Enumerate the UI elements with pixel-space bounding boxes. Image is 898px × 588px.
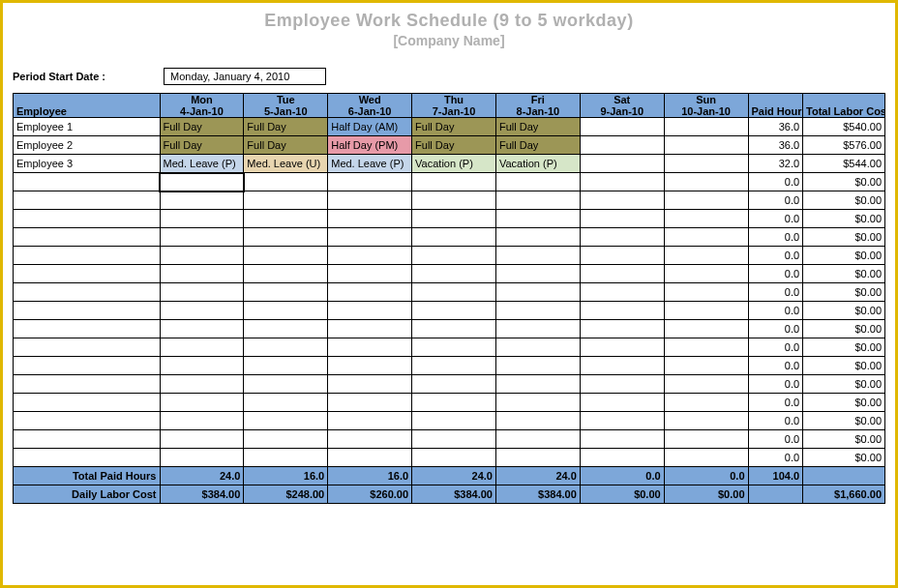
employee-name-cell[interactable] — [14, 412, 161, 430]
schedule-cell[interactable] — [664, 302, 748, 320]
schedule-cell[interactable] — [412, 394, 496, 412]
schedule-cell[interactable] — [580, 430, 664, 449]
schedule-cell[interactable] — [160, 247, 244, 265]
total-hours-mon[interactable]: 24.0 — [160, 467, 244, 485]
employee-name-cell[interactable] — [14, 449, 161, 467]
labor-cost-thu[interactable]: $384.00 — [412, 485, 496, 504]
schedule-cell[interactable] — [412, 265, 496, 283]
employee-name-cell[interactable] — [14, 302, 161, 320]
schedule-cell[interactable] — [328, 191, 412, 210]
employee-name-cell[interactable]: Employee 3 — [14, 155, 161, 173]
labor-cost-cell[interactable]: $576.00 — [803, 136, 885, 155]
schedule-cell[interactable] — [244, 357, 328, 375]
schedule-cell[interactable] — [244, 283, 328, 302]
paid-hours-cell[interactable]: 0.0 — [748, 173, 803, 191]
schedule-cell[interactable] — [495, 228, 580, 247]
paid-hours-cell[interactable]: 0.0 — [748, 302, 803, 320]
schedule-cell[interactable]: Full Day — [495, 118, 580, 136]
schedule-cell[interactable] — [580, 265, 664, 283]
schedule-cell[interactable] — [580, 338, 664, 357]
labor-cost-cell[interactable]: $0.00 — [803, 302, 885, 320]
labor-cost-tue[interactable]: $248.00 — [244, 485, 328, 504]
schedule-cell[interactable] — [412, 375, 496, 394]
schedule-cell[interactable] — [160, 210, 244, 228]
employee-name-cell[interactable] — [14, 191, 161, 210]
schedule-cell[interactable] — [664, 118, 748, 136]
schedule-cell[interactable] — [580, 412, 664, 430]
paid-hours-cell[interactable]: 0.0 — [748, 357, 803, 375]
schedule-cell[interactable] — [412, 412, 496, 430]
schedule-cell[interactable]: Full Day — [412, 118, 496, 136]
schedule-cell[interactable] — [664, 191, 748, 210]
schedule-cell[interactable] — [244, 412, 328, 430]
schedule-cell[interactable]: Half Day (AM) — [328, 118, 412, 136]
paid-hours-cell[interactable]: 0.0 — [748, 283, 803, 302]
schedule-cell[interactable] — [580, 210, 664, 228]
schedule-cell[interactable] — [160, 191, 244, 210]
schedule-cell[interactable] — [160, 449, 244, 467]
paid-hours-cell[interactable]: 0.0 — [748, 412, 803, 430]
schedule-cell[interactable]: Med. Leave (P) — [328, 155, 412, 173]
schedule-cell[interactable] — [580, 320, 664, 338]
schedule-cell[interactable] — [244, 449, 328, 467]
employee-name-cell[interactable] — [14, 265, 161, 283]
schedule-cell[interactable] — [160, 302, 244, 320]
schedule-cell[interactable]: Med. Leave (U) — [244, 155, 328, 173]
schedule-cell[interactable] — [160, 338, 244, 357]
schedule-cell[interactable] — [328, 394, 412, 412]
schedule-cell[interactable] — [412, 247, 496, 265]
paid-hours-cell[interactable]: 0.0 — [748, 338, 803, 357]
schedule-cell[interactable] — [495, 357, 580, 375]
schedule-cell[interactable] — [244, 173, 328, 191]
header-day-tue[interactable]: Tue5-Jan-10 — [244, 94, 328, 118]
schedule-cell[interactable] — [580, 375, 664, 394]
schedule-cell[interactable] — [664, 412, 748, 430]
schedule-cell[interactable] — [664, 338, 748, 357]
schedule-cell[interactable] — [664, 247, 748, 265]
employee-name-cell[interactable] — [14, 375, 161, 394]
labor-cost-cell[interactable]: $0.00 — [803, 357, 885, 375]
header-employee[interactable]: Employee — [14, 94, 161, 118]
employee-name-cell[interactable] — [14, 228, 161, 247]
schedule-cell[interactable]: Full Day — [495, 136, 580, 155]
schedule-cell[interactable] — [412, 320, 496, 338]
schedule-cell[interactable] — [664, 136, 748, 155]
schedule-cell[interactable]: Half Day (PM) — [328, 136, 412, 155]
schedule-cell[interactable] — [244, 338, 328, 357]
total-hours-thu[interactable]: 24.0 — [412, 467, 496, 485]
employee-name-cell[interactable]: Employee 2 — [14, 136, 161, 155]
schedule-cell[interactable] — [244, 210, 328, 228]
schedule-cell[interactable] — [495, 247, 580, 265]
header-day-thu[interactable]: Thu7-Jan-10 — [412, 94, 496, 118]
schedule-cell[interactable] — [244, 228, 328, 247]
schedule-cell[interactable] — [495, 375, 580, 394]
schedule-cell[interactable] — [328, 302, 412, 320]
paid-hours-cell[interactable]: 0.0 — [748, 210, 803, 228]
employee-name-cell[interactable] — [14, 357, 161, 375]
employee-name-cell[interactable] — [14, 283, 161, 302]
total-hours-sum[interactable]: 104.0 — [748, 467, 803, 485]
paid-hours-cell[interactable]: 0.0 — [748, 265, 803, 283]
schedule-cell[interactable] — [328, 283, 412, 302]
schedule-cell[interactable] — [160, 283, 244, 302]
labor-cost-cell[interactable]: $0.00 — [803, 247, 885, 265]
schedule-cell[interactable] — [580, 357, 664, 375]
schedule-cell[interactable] — [328, 320, 412, 338]
header-paid-hours[interactable]: Paid Hours — [748, 94, 803, 118]
schedule-cell[interactable] — [412, 357, 496, 375]
schedule-cell[interactable] — [580, 155, 664, 173]
labor-cost-cell[interactable]: $0.00 — [803, 375, 885, 394]
schedule-cell[interactable] — [244, 191, 328, 210]
paid-hours-cell[interactable]: 0.0 — [748, 228, 803, 247]
schedule-cell[interactable] — [664, 357, 748, 375]
schedule-cell[interactable] — [412, 191, 496, 210]
labor-cost-cell[interactable]: $0.00 — [803, 412, 885, 430]
schedule-cell[interactable] — [580, 118, 664, 136]
labor-cost-cell[interactable]: $0.00 — [803, 191, 885, 210]
schedule-cell[interactable] — [328, 265, 412, 283]
paid-hours-cell[interactable]: 0.0 — [748, 375, 803, 394]
paid-hours-cell[interactable]: 36.0 — [748, 118, 803, 136]
total-hours-sat[interactable]: 0.0 — [580, 467, 664, 485]
labor-cost-cell[interactable]: $0.00 — [803, 265, 885, 283]
schedule-cell[interactable] — [495, 191, 580, 210]
